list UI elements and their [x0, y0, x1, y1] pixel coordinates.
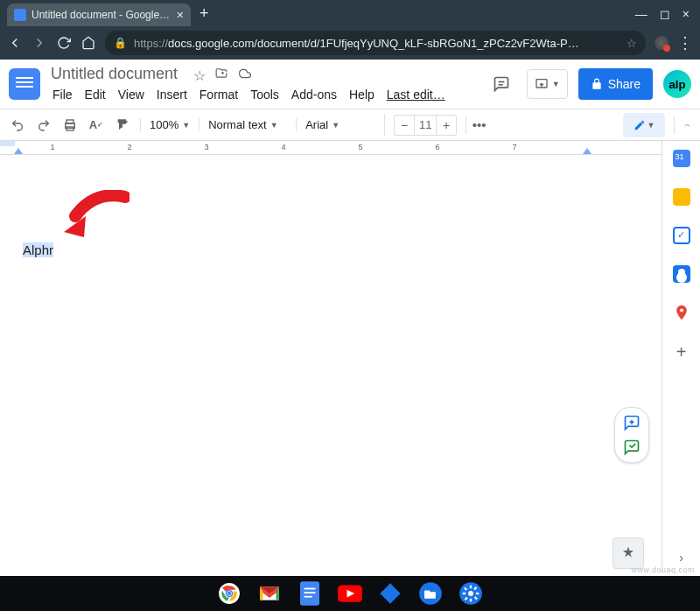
bookmark-star-icon[interactable]: ☆: [626, 37, 637, 50]
add-on-plus-icon[interactable]: +: [676, 342, 687, 362]
menubar: File Edit View Insert Format Tools Add-o…: [47, 86, 451, 103]
svg-point-19: [468, 591, 473, 596]
svg-point-11: [228, 592, 231, 595]
menu-addons[interactable]: Add-ons: [286, 86, 342, 103]
star-icon[interactable]: ☆: [193, 67, 206, 84]
cloud-status-icon[interactable]: [237, 67, 253, 84]
docs-header: Untitled document ☆ File Edit View Inser…: [0, 60, 700, 109]
font-size-decrease[interactable]: −: [395, 116, 414, 135]
maps-app-icon[interactable]: [673, 304, 690, 321]
docs-favicon: [14, 9, 26, 21]
os-taskbar: [0, 576, 700, 611]
spellcheck-button[interactable]: A✓: [88, 116, 105, 134]
close-tab-icon[interactable]: ×: [177, 8, 184, 22]
home-button[interactable]: [80, 35, 96, 51]
forward-button: [32, 35, 47, 51]
add-comment-icon[interactable]: [622, 413, 641, 432]
keep-app-icon[interactable]: [673, 188, 690, 206]
extension-icon[interactable]: [654, 36, 668, 50]
font-size-value[interactable]: 11: [414, 116, 437, 135]
chrome-app-icon[interactable]: [217, 581, 242, 606]
selected-text[interactable]: Alphr: [23, 242, 53, 257]
menu-view[interactable]: View: [113, 86, 150, 103]
collapse-side-panel-icon[interactable]: ›: [679, 551, 683, 565]
settings-app-icon[interactable]: [458, 581, 483, 606]
paint-format-button[interactable]: [114, 116, 131, 134]
print-button[interactable]: [61, 116, 79, 134]
floating-comment-toolbar: [614, 407, 649, 463]
font-size-control: − 11 +: [394, 115, 457, 136]
reload-button[interactable]: [56, 35, 72, 51]
right-indent-marker[interactable]: [583, 148, 592, 154]
menu-format[interactable]: Format: [194, 86, 243, 103]
svg-rect-22: [463, 593, 466, 594]
lock-icon: 🔒: [114, 37, 127, 49]
toolbar: A✓ 100%▼ Normal text▼ Arial▼ − 11 + ••• …: [0, 109, 700, 141]
watermark-text: www.douaq.com: [631, 565, 695, 574]
gmail-app-icon[interactable]: [257, 581, 282, 606]
maximize-window-icon[interactable]: ◻: [660, 7, 670, 21]
new-tab-button[interactable]: +: [200, 4, 209, 23]
url-text: https://docs.google.com/document/d/1FUfj…: [134, 37, 620, 50]
browser-tab[interactable]: Untitled document - Google Docs ×: [7, 4, 191, 26]
zoom-dropdown[interactable]: 100%▼: [150, 118, 190, 131]
calendar-app-icon[interactable]: [673, 150, 690, 167]
minimize-window-icon[interactable]: —: [635, 7, 648, 21]
contacts-app-icon[interactable]: [673, 265, 690, 283]
docs-app-icon[interactable]: [298, 581, 322, 606]
menu-help[interactable]: Help: [344, 86, 380, 103]
files-app-icon[interactable]: [418, 581, 443, 606]
svg-rect-13: [304, 588, 316, 590]
last-edit-link[interactable]: Last edit…: [382, 86, 451, 103]
svg-rect-15: [304, 596, 312, 598]
explore-button[interactable]: [612, 537, 644, 569]
present-button[interactable]: ▼: [527, 69, 568, 99]
chevron-down-icon: ▼: [552, 80, 560, 88]
document-canvas[interactable]: Alphr: [0, 155, 662, 587]
omnibox[interactable]: 🔒 https://docs.google.com/document/d/1FU…: [105, 31, 646, 55]
more-toolbar-icon[interactable]: •••: [466, 116, 483, 134]
hide-menus-button[interactable]: [674, 116, 691, 134]
menu-insert[interactable]: Insert: [151, 86, 192, 103]
suggest-edit-icon[interactable]: [622, 438, 641, 457]
share-button[interactable]: Share: [578, 68, 653, 100]
svg-rect-21: [470, 599, 472, 602]
paragraph-style-dropdown[interactable]: Normal text▼: [208, 118, 287, 131]
chevron-down-icon: ▼: [332, 121, 340, 130]
share-label: Share: [608, 77, 640, 91]
chevron-down-icon: ▼: [270, 121, 278, 130]
svg-rect-14: [304, 592, 316, 593]
annotation-arrow-icon: [60, 190, 130, 242]
menu-tools[interactable]: Tools: [245, 86, 284, 103]
menu-edit[interactable]: Edit: [80, 86, 111, 103]
close-window-icon[interactable]: ×: [682, 7, 690, 21]
undo-button[interactable]: [9, 116, 26, 134]
document-title[interactable]: Untitled document: [47, 63, 181, 84]
unknown-blue-app-icon[interactable]: [378, 581, 402, 606]
chevron-down-icon: ▼: [182, 121, 190, 130]
docs-logo[interactable]: [9, 68, 40, 100]
font-size-increase[interactable]: +: [437, 116, 456, 135]
svg-rect-23: [476, 593, 480, 594]
redo-button[interactable]: [35, 116, 52, 134]
chevron-down-icon: ▼: [648, 121, 655, 130]
account-avatar[interactable]: alp: [663, 70, 691, 98]
horizontal-ruler[interactable]: 1 2 3 4 5 6 7: [0, 141, 662, 155]
svg-point-7: [679, 308, 682, 312]
browser-address-bar: 🔒 https://docs.google.com/document/d/1FU…: [0, 26, 700, 60]
side-panel: + ›: [662, 141, 700, 573]
youtube-app-icon[interactable]: [338, 581, 362, 606]
move-folder-icon[interactable]: [214, 67, 228, 84]
tasks-app-icon[interactable]: [673, 227, 690, 244]
font-family-dropdown[interactable]: Arial▼: [305, 118, 375, 131]
menu-file[interactable]: File: [47, 86, 78, 103]
svg-rect-20: [470, 586, 472, 589]
open-comments-button[interactable]: [486, 69, 516, 99]
editing-mode-button[interactable]: ▼: [623, 113, 665, 137]
browser-titlebar: Untitled document - Google Docs × + — ◻ …: [0, 0, 700, 26]
tab-title: Untitled document - Google Docs: [32, 9, 172, 21]
browser-menu-icon[interactable]: ⋮: [677, 33, 693, 53]
back-button[interactable]: [7, 35, 23, 51]
